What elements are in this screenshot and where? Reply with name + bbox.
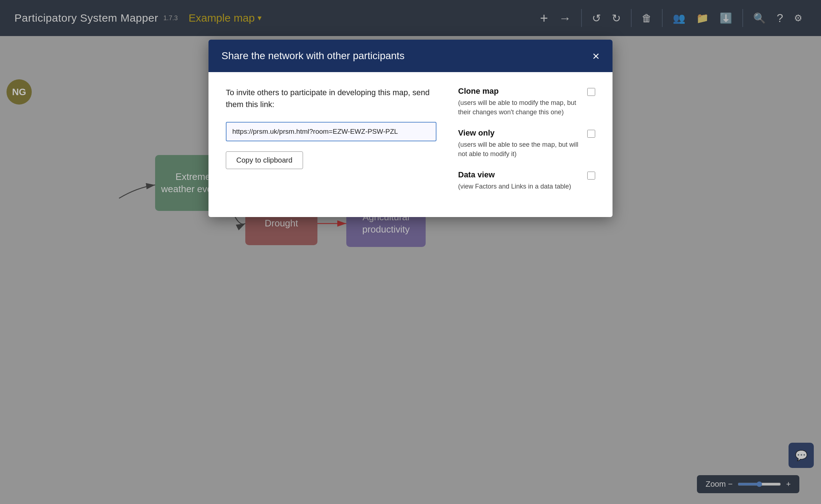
data-view-checkbox[interactable]: [587, 172, 595, 180]
modal-title: Share the network with other participant…: [221, 50, 404, 62]
view-only-checkbox[interactable]: [587, 130, 595, 138]
modal-overlay: Share the network with other participant…: [0, 0, 821, 504]
view-only-option: View only (users will be able to see the…: [458, 128, 595, 159]
data-view-option: Data view (view Factors and Links in a d…: [458, 170, 595, 191]
clone-map-checkbox[interactable]: [587, 88, 595, 96]
view-only-desc: (users will be able to see the map, but …: [458, 140, 581, 159]
clone-map-option: Clone map (users will be able to modify …: [458, 87, 595, 117]
modal-url-input[interactable]: [226, 122, 436, 141]
view-only-title: View only: [458, 128, 581, 138]
clone-map-desc: (users will be able to modify the map, b…: [458, 98, 581, 117]
modal-right: Clone map (users will be able to modify …: [458, 87, 595, 203]
data-view-desc: (view Factors and Links in a data table): [458, 182, 581, 191]
copy-to-clipboard-button[interactable]: Copy to clipboard: [226, 151, 303, 169]
share-modal: Share the network with other participant…: [208, 40, 613, 217]
modal-body: To invite others to participate in devel…: [208, 72, 613, 217]
modal-left: To invite others to participate in devel…: [226, 87, 436, 203]
modal-close-button[interactable]: ×: [592, 50, 600, 62]
modal-invite-text: To invite others to participate in devel…: [226, 87, 436, 110]
clone-map-title: Clone map: [458, 87, 581, 96]
modal-header: Share the network with other participant…: [208, 40, 613, 72]
data-view-title: Data view: [458, 170, 581, 180]
